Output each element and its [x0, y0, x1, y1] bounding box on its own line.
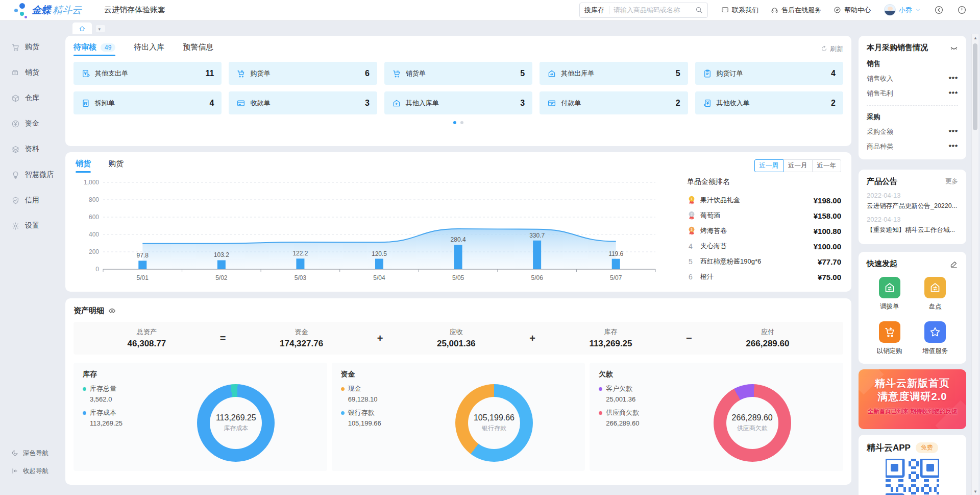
- todo-tab-label: 待出入库: [134, 42, 164, 52]
- user-menu[interactable]: 小乔: [884, 4, 921, 16]
- sidebar-footer-label: 深色导航: [23, 449, 48, 458]
- summary-4: 应付266,289.60: [746, 327, 789, 349]
- scroll-up-arrow[interactable]: ▲: [972, 34, 979, 41]
- survey-banner[interactable]: 精斗云新版首页 满意度调研2.0 全新首页已到来 期待收到您的反馈: [859, 369, 966, 429]
- legend-dot: [341, 411, 345, 415]
- trade-tabs: 销货购货: [76, 159, 141, 172]
- eye-closed-icon[interactable]: [950, 44, 958, 52]
- sidebar-item-bulb[interactable]: 智慧微店: [0, 162, 56, 187]
- topbar-link-contact-us[interactable]: 联系我们: [721, 6, 758, 15]
- todo-tab-1[interactable]: 待出入库: [134, 42, 164, 55]
- donut-chart-资金: 105,199.66银行存款: [455, 384, 533, 462]
- refresh-button[interactable]: 刷新: [821, 44, 843, 54]
- bar-value-label: 119.6: [608, 250, 623, 257]
- summary-operator: +: [377, 333, 383, 344]
- edit-pencil-icon[interactable]: [950, 260, 958, 268]
- legend-dot: [599, 387, 602, 391]
- search-input[interactable]: [609, 6, 695, 14]
- todo-card[interactable]: 购货单6: [229, 62, 377, 85]
- headset-icon: [771, 6, 778, 14]
- todo-card[interactable]: 销货单5: [384, 62, 532, 85]
- quick-action-以销定购[interactable]: 以销定购: [867, 321, 913, 356]
- todo-card-label: 销货单: [406, 69, 426, 78]
- sidebar-item-gear[interactable]: 设置: [0, 213, 56, 239]
- donut-center-label: 库存成本: [224, 424, 248, 433]
- announcement-item[interactable]: 2022-04-13云进销存产品更新公告_20220...: [867, 192, 958, 210]
- tab-dropdown-button[interactable]: ▾: [96, 25, 105, 32]
- todo-card[interactable]: 其他出库单5: [540, 62, 688, 85]
- chevron-down-icon: [915, 7, 921, 13]
- todo-card[interactable]: 付款单2: [540, 91, 688, 114]
- summary-3: 库存113,269.25: [589, 327, 632, 349]
- rank-item-name: 葡萄酒: [700, 211, 814, 220]
- house-swap-icon: [924, 277, 946, 298]
- month-section-title: 销售: [867, 59, 958, 68]
- todo-card[interactable]: 其他支出单11: [74, 62, 222, 85]
- scroll-down-arrow[interactable]: ▼: [972, 488, 979, 495]
- range-button-2[interactable]: 近一年: [812, 159, 842, 172]
- free-badge: 免费: [916, 442, 938, 453]
- sidebar-item-shield[interactable]: 信用: [0, 187, 56, 213]
- todo-card-count: 5: [520, 69, 525, 78]
- bar-5/04: [375, 259, 383, 269]
- scrollbar-thumb[interactable]: [973, 43, 977, 130]
- sidebar-item-label: 资料: [25, 145, 39, 154]
- legend-value: 25,001.36: [606, 395, 670, 403]
- topbar-link-after-sales-service[interactable]: 售后在线服务: [771, 6, 821, 15]
- trade-tab-1[interactable]: 购货: [108, 159, 124, 172]
- logout-button[interactable]: [957, 5, 967, 15]
- range-button-0[interactable]: 近一周: [754, 159, 784, 172]
- quick-action-调拨单[interactable]: 调拨单: [867, 277, 913, 311]
- sidebar-item-cube[interactable]: 仓库: [0, 85, 56, 111]
- sidebar-item-cart[interactable]: 购货: [0, 34, 56, 60]
- bar-value-label: 120.5: [372, 250, 387, 257]
- announcement-item[interactable]: 2022-04-13【重要通知】精斗云工作台域...: [867, 216, 958, 234]
- sidebar-item-yen[interactable]: 资金: [0, 111, 56, 136]
- medal-rank-2-icon: 2: [687, 210, 700, 221]
- card-yen-icon: [547, 99, 556, 108]
- back-button[interactable]: [934, 5, 944, 15]
- todo-card[interactable]: 购货订单4: [695, 62, 843, 85]
- todo-tab-2[interactable]: 预警信息: [183, 42, 213, 55]
- todo-card[interactable]: 拆卸单4: [74, 91, 222, 114]
- sidebar-item-box[interactable]: 销货: [0, 60, 56, 85]
- todo-card[interactable]: 收款单3: [229, 91, 377, 114]
- app-download-panel: 精斗云APP 免费: [859, 435, 966, 495]
- cart-icon: [11, 43, 20, 52]
- summary-label: 资金: [280, 327, 323, 337]
- bar-5/05: [454, 245, 462, 269]
- collapse-nav-toggle[interactable]: 收起导航: [0, 463, 56, 479]
- avatar: [884, 4, 896, 16]
- range-button-1[interactable]: 近一月: [783, 159, 813, 172]
- search-category-selector[interactable]: 搜库存: [580, 6, 609, 15]
- eye-icon[interactable]: [108, 307, 116, 315]
- quick-action-增值服务[interactable]: 增值服务: [913, 321, 959, 356]
- trade-tab-0[interactable]: 销货: [76, 159, 91, 172]
- announcements-more-link[interactable]: 更多: [945, 177, 958, 186]
- app-logo[interactable]: 金蝶 精斗云: [13, 3, 90, 18]
- svg-text:1: 1: [691, 197, 693, 200]
- bulb-icon: [11, 171, 20, 179]
- search-icon[interactable]: [695, 6, 703, 14]
- quick-action-盘点[interactable]: 盘点: [913, 277, 959, 311]
- pagination-dot-1[interactable]: [460, 121, 463, 124]
- dark-nav-toggle[interactable]: 深色导航: [0, 445, 56, 461]
- donut-center-value: 105,199.66: [474, 413, 514, 422]
- rank-item-name: 烤海苔卷: [700, 226, 814, 235]
- app-qr-code: [867, 459, 958, 495]
- todo-tab-0[interactable]: 待审核49: [74, 42, 115, 55]
- home-tab[interactable]: [72, 22, 92, 34]
- workspace-tab-strip: ▾: [0, 20, 980, 34]
- asset-card-title: 欠款: [599, 370, 834, 379]
- todo-card[interactable]: 其他入库单3: [384, 91, 532, 114]
- chevron-down-icon: ▾: [99, 27, 103, 31]
- pagination-dot-0[interactable]: [453, 121, 456, 124]
- todo-card-count: 5: [676, 69, 680, 78]
- topbar-link-help-center[interactable]: 帮助中心: [834, 6, 871, 15]
- legend-label: 库存成本: [90, 408, 116, 417]
- sidebar-item-layers[interactable]: 资料: [0, 136, 56, 162]
- item-amount-ranking: 单品金额排名 1果汁饮品礼盒¥198.002葡萄酒¥158.003烤海苔卷¥10…: [678, 174, 841, 285]
- todo-card[interactable]: 其他收入单2: [695, 91, 843, 114]
- legend-label: 库存总量: [90, 384, 116, 393]
- svg-text:200: 200: [89, 248, 99, 255]
